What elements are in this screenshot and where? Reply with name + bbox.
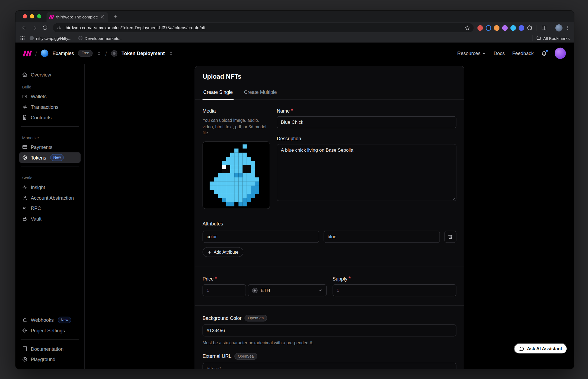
- sidebar-section-build: Build: [22, 85, 78, 89]
- main-content: Upload NFTs Create Single Create Multipl…: [85, 64, 574, 369]
- side-panel-icon[interactable]: [541, 25, 547, 31]
- sidebar-item-overview[interactable]: Overview: [19, 69, 81, 80]
- thirdweb-favicon-icon: [50, 15, 54, 19]
- currency-value: ETH: [261, 288, 270, 293]
- project-switcher-button[interactable]: [169, 51, 174, 56]
- sidebar-item-wallets[interactable]: Wallets: [19, 91, 81, 102]
- attribute-value-input[interactable]: [324, 231, 440, 243]
- attribute-row: [203, 231, 456, 243]
- insight-pulse-icon: [22, 184, 27, 190]
- extensions-puzzle-icon[interactable]: [527, 25, 533, 31]
- browser-tab[interactable]: thirdweb: The complete web...: [46, 12, 108, 22]
- notifications-button[interactable]: [541, 50, 547, 56]
- docs-link[interactable]: Docs: [494, 50, 505, 56]
- back-nav-button[interactable]: [19, 23, 29, 33]
- delete-attribute-button[interactable]: [444, 231, 456, 243]
- docs-label: Docs: [494, 50, 505, 56]
- sidebar-item-contracts[interactable]: Contracts: [19, 112, 81, 123]
- extension-icon[interactable]: [486, 25, 491, 31]
- media-upload-box[interactable]: [203, 141, 270, 209]
- external-url-input[interactable]: [203, 363, 456, 369]
- chevrons-up-down-icon: [97, 51, 101, 56]
- sidebar-item-transactions[interactable]: Transactions: [19, 102, 81, 112]
- sidebar-item-label: Contracts: [31, 114, 52, 120]
- price-field: Price* ETH: [203, 275, 327, 296]
- all-bookmarks[interactable]: All Bookmarks: [531, 35, 570, 41]
- opensea-badge: OpenSea: [235, 353, 257, 360]
- menu-kebab-icon[interactable]: [565, 25, 570, 30]
- window-minimize-button[interactable]: [30, 14, 34, 18]
- sidebar-item-documentation[interactable]: Documentation: [19, 344, 81, 354]
- eth-currency-icon: [252, 288, 258, 293]
- supply-label: Supply: [333, 276, 347, 282]
- sidebar-item-vault[interactable]: Vault: [19, 214, 81, 224]
- apps-grid-icon[interactable]: [20, 36, 25, 41]
- tab-create-single[interactable]: Create Single: [203, 85, 234, 100]
- bookmark-star-icon[interactable]: [465, 25, 470, 30]
- currency-select[interactable]: ETH: [248, 284, 327, 296]
- description-textarea[interactable]: A blue chick living on Base Sepolia: [277, 144, 456, 201]
- wallet-icon: [22, 94, 27, 99]
- breadcrumb-separator: /: [105, 50, 107, 57]
- tab-create-multiple[interactable]: Create Multiple: [243, 85, 277, 100]
- feedback-label: Feedback: [512, 50, 534, 56]
- sidebar-item-payments[interactable]: Payments: [19, 142, 81, 152]
- sidebar-item-insight[interactable]: Insight: [19, 182, 81, 193]
- supply-input[interactable]: [333, 284, 456, 296]
- thirdweb-logo-icon[interactable]: [24, 50, 31, 56]
- ask-ai-assistant-label: Ask AI Assistant: [527, 346, 562, 351]
- extension-icon[interactable]: [477, 25, 483, 31]
- extension-icon[interactable]: [510, 25, 516, 31]
- team-switcher-button[interactable]: [97, 51, 101, 56]
- forward-nav-button[interactable]: [30, 23, 39, 33]
- plus-icon: [113, 14, 118, 19]
- window-close-button[interactable]: [23, 14, 27, 18]
- add-attribute-button[interactable]: Add Attribute: [203, 247, 244, 257]
- project-avatar-icon: [111, 50, 117, 57]
- sidebar-item-label: Wallets: [31, 94, 46, 99]
- contract-file-icon: [22, 115, 27, 120]
- toolbar-divider: [537, 25, 537, 31]
- browser-toolbar: thirdweb.com/team/examples/Token-Deploym…: [15, 22, 574, 34]
- sidebar-item-rpc[interactable]: RPC: [19, 203, 81, 214]
- sidebar: Overview Build Wallets Transactions Cont…: [15, 64, 85, 369]
- bookmark-item[interactable]: Developer marketi...: [76, 35, 124, 41]
- bookmark-item[interactable]: niftyswap.gg/Nifty...: [27, 35, 74, 41]
- sidebar-item-playground[interactable]: Playground: [19, 354, 81, 365]
- extensions-cluster: [477, 24, 570, 31]
- reload-button[interactable]: [40, 23, 50, 33]
- sidebar-item-tokens[interactable]: Tokens New: [19, 152, 81, 163]
- feedback-link[interactable]: Feedback: [512, 50, 534, 56]
- sidebar-item-account-abstraction[interactable]: Account Abstraction: [19, 192, 81, 203]
- price-input[interactable]: [203, 284, 246, 296]
- extension-icon[interactable]: [519, 25, 524, 31]
- new-tab-button[interactable]: [111, 12, 120, 21]
- chevrons-up-down-icon: [169, 51, 174, 56]
- sidebar-item-label: Documentation: [31, 346, 63, 352]
- name-input[interactable]: [277, 116, 456, 128]
- window-zoom-button[interactable]: [37, 14, 41, 18]
- background-color-label: Background Color: [203, 315, 242, 321]
- browser-profile-avatar[interactable]: [555, 24, 563, 31]
- background-color-input[interactable]: [203, 324, 456, 336]
- extension-icon[interactable]: [502, 25, 508, 31]
- team-avatar-icon: [41, 50, 49, 57]
- arrow-right-icon: [32, 25, 37, 31]
- sidebar-item-webhooks[interactable]: Webhooks New: [19, 315, 81, 325]
- required-marker: *: [215, 275, 217, 282]
- tab-close-icon[interactable]: [100, 14, 105, 20]
- sidebar-item-label: RPC: [31, 205, 41, 211]
- extension-icon[interactable]: [494, 25, 500, 31]
- resources-menu[interactable]: Resources: [457, 50, 486, 56]
- page-title: Upload NFTs: [203, 73, 456, 81]
- sidebar-item-project-settings[interactable]: Project Settings: [19, 325, 81, 336]
- attribute-trait-input[interactable]: [203, 231, 319, 243]
- site-controls-icon[interactable]: [57, 25, 62, 30]
- ask-ai-assistant-button[interactable]: Ask AI Assistant: [514, 343, 567, 354]
- project-name[interactable]: Token Deployment: [122, 50, 165, 56]
- supply-field: Supply*: [333, 275, 456, 296]
- thirdweb-app: / Examples Free / Token Deployment Resou…: [15, 43, 574, 369]
- url-bar[interactable]: thirdweb.com/team/examples/Token-Deploym…: [53, 23, 474, 32]
- user-avatar[interactable]: [555, 48, 566, 59]
- team-name[interactable]: Examples: [53, 50, 74, 56]
